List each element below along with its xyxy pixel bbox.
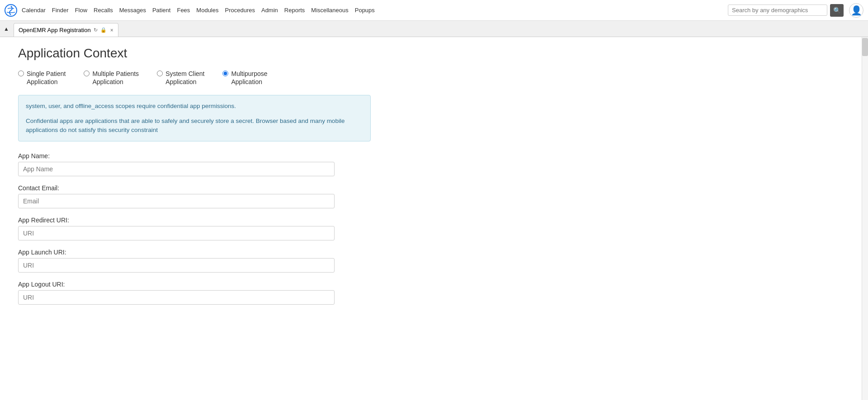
nav-recalls[interactable]: Recalls	[94, 7, 113, 14]
radio-multiple-patients-label: Multiple PatientsApplication	[92, 70, 139, 86]
radio-multiple-patients-input[interactable]	[84, 71, 90, 76]
nav-procedures[interactable]: Procedures	[225, 7, 255, 14]
search-input[interactable]	[728, 5, 827, 16]
form-group-logout-uri: App Logout URI:	[18, 281, 371, 305]
info-line1: system, user, and offline_access scopes …	[26, 102, 363, 111]
avatar-icon: 👤	[851, 5, 862, 16]
tab-close-button[interactable]: ×	[110, 27, 113, 33]
nav-admin[interactable]: Admin	[261, 7, 278, 14]
nav-modules[interactable]: Modules	[196, 7, 218, 14]
radio-system-client-input[interactable]	[157, 71, 163, 76]
launch-uri-input[interactable]	[18, 258, 335, 273]
nav-fees[interactable]: Fees	[177, 7, 190, 14]
nav-miscellaneous[interactable]: Miscellaneous	[311, 7, 348, 14]
nav-messages[interactable]: Messages	[119, 7, 146, 14]
main-content: Application Context Single PatientApplic…	[0, 37, 389, 400]
page-title: Application Context	[18, 46, 371, 61]
tab-arrow[interactable]: ▲	[0, 21, 13, 37]
contact-email-label: Contact Email:	[18, 184, 371, 192]
form-group-launch-uri: App Launch URI:	[18, 249, 371, 273]
radio-system-client-label: System ClientApplication	[165, 70, 204, 86]
logout-uri-input[interactable]	[18, 290, 335, 305]
info-box: system, user, and offline_access scopes …	[18, 95, 371, 141]
app-name-label: App Name:	[18, 152, 371, 160]
form-group-contact-email: Contact Email:	[18, 184, 371, 208]
nav-popups[interactable]: Popups	[355, 7, 375, 14]
radio-single-patient-input[interactable]	[18, 71, 24, 76]
search-area: 🔍 👤	[728, 3, 863, 18]
app-name-input[interactable]	[18, 162, 335, 176]
nav-links: Calendar Finder Flow Recalls Messages Pa…	[22, 7, 728, 14]
nav-patient[interactable]: Patient	[152, 7, 170, 14]
form-group-app-name: App Name:	[18, 152, 371, 176]
nav-flow[interactable]: Flow	[75, 7, 87, 14]
tab-app-registration[interactable]: OpenEMR App Registration ↻ 🔒 ×	[14, 23, 118, 37]
scrollbar-thumb[interactable]	[862, 38, 868, 56]
radio-multipurpose-label: MultipurposeApplication	[231, 70, 267, 86]
tab-lock-icon: 🔒	[100, 27, 107, 33]
scrollbar[interactable]	[862, 37, 868, 400]
top-navbar: Calendar Finder Flow Recalls Messages Pa…	[0, 0, 868, 21]
tab-label: OpenEMR App Registration	[19, 27, 91, 33]
launch-uri-label: App Launch URI:	[18, 249, 371, 256]
info-line2: Confidential apps are applications that …	[26, 117, 363, 135]
logout-uri-label: App Logout URI:	[18, 281, 371, 288]
form-group-redirect-uri: App Redirect URI:	[18, 216, 371, 240]
tab-refresh-icon[interactable]: ↻	[94, 27, 98, 33]
contact-email-input[interactable]	[18, 194, 335, 208]
radio-single-patient-label: Single PatientApplication	[27, 70, 66, 86]
app-logo[interactable]	[5, 4, 17, 17]
radio-group-context: Single PatientApplication Multiple Patie…	[18, 70, 371, 86]
radio-multipurpose-input[interactable]	[222, 71, 228, 76]
nav-reports[interactable]: Reports	[284, 7, 305, 14]
redirect-uri-input[interactable]	[18, 226, 335, 240]
search-button[interactable]: 🔍	[830, 4, 844, 17]
search-icon: 🔍	[833, 7, 841, 14]
radio-multipurpose[interactable]: MultipurposeApplication	[222, 70, 267, 86]
radio-single-patient[interactable]: Single PatientApplication	[18, 70, 66, 86]
user-avatar[interactable]: 👤	[849, 3, 863, 18]
nav-finder[interactable]: Finder	[52, 7, 69, 14]
redirect-uri-label: App Redirect URI:	[18, 216, 371, 224]
radio-multiple-patients[interactable]: Multiple PatientsApplication	[84, 70, 139, 86]
tab-strip: ▲ OpenEMR App Registration ↻ 🔒 ×	[0, 21, 868, 37]
radio-system-client[interactable]: System ClientApplication	[157, 70, 204, 86]
nav-calendar[interactable]: Calendar	[22, 7, 46, 14]
